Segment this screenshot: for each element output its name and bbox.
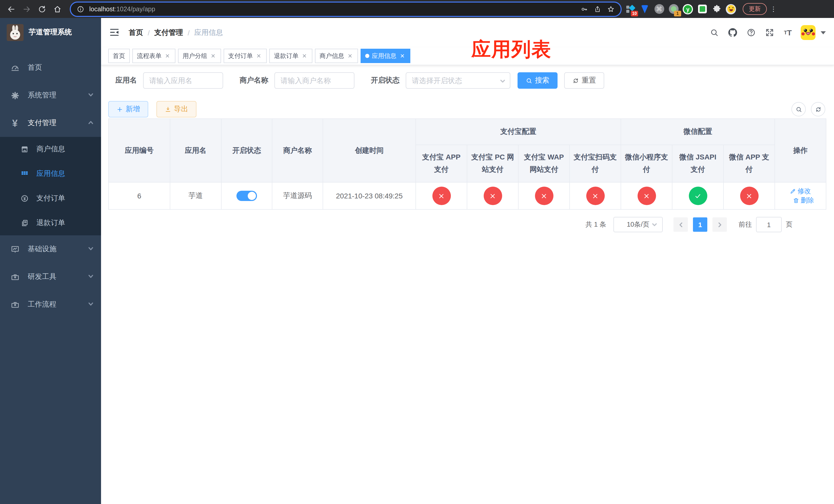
sidebar-fold-icon[interactable] (109, 27, 120, 38)
col-app-name: 应用名 (170, 119, 221, 182)
close-icon[interactable]: ✕ (256, 52, 262, 59)
cell-created: 2021-10-23 08:49:25 (323, 182, 416, 209)
pagination-total: 共 1 条 (586, 220, 606, 229)
password-key-icon[interactable] (579, 4, 589, 14)
delete-link[interactable]: 删除 (793, 196, 814, 205)
tab-process-form[interactable]: 流程表单✕ (132, 49, 175, 63)
home-icon[interactable] (51, 3, 64, 15)
col-alipay-wap: 支付宝 WAP 网站支付 (518, 145, 570, 182)
tab-home[interactable]: 首页 (108, 49, 130, 63)
pagination: 共 1 条 10条/页 1 前往 页 (108, 217, 825, 232)
address-bar[interactable]: localhost :1024/pay/app (70, 1, 622, 17)
extension-recorder-icon[interactable]: 1 (668, 3, 679, 15)
status-select[interactable] (406, 72, 510, 89)
back-icon[interactable] (5, 3, 18, 15)
table-toolbar: 新增 导出 (108, 101, 825, 117)
extension-chat-icon[interactable] (697, 3, 708, 15)
group-wechat-config: 微信配置 (621, 119, 775, 145)
tab-user-group[interactable]: 用户分组✕ (178, 49, 221, 63)
bookmark-star-icon[interactable] (606, 4, 615, 14)
extension-y-icon[interactable]: y (682, 3, 694, 15)
app-name-input[interactable] (143, 72, 223, 89)
browser-menu-icon[interactable]: ⋮ (770, 5, 777, 13)
forward-icon[interactable] (21, 3, 33, 15)
chevron-down-icon (88, 300, 94, 308)
reset-button[interactable]: 重置 (564, 72, 604, 89)
breadcrumb-payment[interactable]: 支付管理 (154, 28, 183, 37)
close-icon[interactable]: ✕ (210, 52, 216, 59)
close-icon[interactable]: ✕ (301, 52, 308, 59)
breadcrumb-current: 应用信息 (194, 28, 223, 37)
next-page-button[interactable] (712, 217, 727, 232)
merchant-name-label: 商户名称 (240, 76, 268, 85)
payment-submenu: 商户信息 应用信息 支付订单 退款订单 (0, 137, 101, 235)
search-button[interactable]: 搜索 (518, 72, 557, 89)
sidebar-item-refund-orders[interactable]: 退款订单 (0, 211, 101, 235)
sidebar-item-pay-orders[interactable]: 支付订单 (0, 186, 101, 211)
extension-kite-icon[interactable] (639, 3, 650, 15)
sidebar-item-system[interactable]: 系统管理 (0, 82, 101, 109)
extension-badge-2: 1 (674, 10, 681, 16)
tab-refund-orders[interactable]: 退款订单✕ (269, 49, 312, 63)
app-logo (7, 24, 24, 41)
app-logo-row[interactable]: 芋道管理系统 (0, 18, 101, 47)
fullscreen-icon[interactable] (764, 27, 775, 38)
extension-squares-icon[interactable]: 10 (625, 3, 636, 15)
edit-link[interactable]: 修改 (790, 187, 811, 196)
sidebar-item-infrastructure[interactable]: 基础设施 (0, 235, 101, 263)
extensions-puzzle-icon[interactable] (711, 3, 722, 15)
tab-pay-orders[interactable]: 支付订单✕ (224, 49, 267, 63)
browser-update-button[interactable]: 更新 (743, 3, 767, 15)
status-label: 开启状态 (371, 76, 399, 85)
extension-badge: 10 (631, 10, 638, 16)
sidebar-item-merchant-info[interactable]: 商户信息 (0, 137, 101, 161)
font-size-icon[interactable]: TT (782, 27, 793, 38)
refresh-button[interactable] (811, 102, 825, 116)
close-icon[interactable]: ✕ (399, 52, 406, 59)
close-icon[interactable]: ✕ (164, 52, 171, 59)
gear-icon (10, 90, 20, 100)
merchant-name-input[interactable] (275, 72, 354, 89)
help-icon[interactable] (745, 27, 756, 38)
profile-avatar-icon[interactable] (725, 3, 737, 15)
tab-app-info[interactable]: 应用信息✕ (360, 49, 410, 63)
close-icon[interactable]: ✕ (347, 52, 353, 59)
page-info-icon[interactable] (76, 4, 85, 14)
goto-page-input[interactable] (756, 217, 782, 232)
chevron-down-icon (88, 91, 94, 99)
share-icon[interactable] (593, 4, 602, 14)
sidebar-item-dev-tools[interactable]: 研发工具 (0, 263, 101, 291)
toggle-search-button[interactable] (791, 102, 806, 116)
breadcrumb-home[interactable]: 首页 (129, 28, 143, 37)
reload-icon[interactable] (36, 3, 48, 15)
sidebar-item-home[interactable]: 首页 (0, 54, 101, 82)
sidebar: 芋道管理系统 首页 系统管理 ¥ 支付管理 (0, 18, 101, 504)
cell-app-id: 6 (109, 182, 170, 209)
avatar-caret-icon[interactable] (821, 31, 826, 34)
alipay-qr-status-icon (586, 187, 605, 205)
page-size-select[interactable]: 10条/页 (613, 217, 663, 232)
add-button[interactable]: 新增 (108, 101, 148, 117)
chevron-down-icon (88, 273, 94, 281)
extension-command-icon[interactable]: ⌘ (654, 3, 665, 15)
prev-page-button[interactable] (674, 217, 688, 232)
col-created: 创建时间 (323, 119, 416, 182)
group-alipay-config: 支付宝配置 (416, 119, 621, 145)
user-avatar[interactable] (801, 25, 815, 40)
page-number-1[interactable]: 1 (693, 217, 707, 232)
sidebar-item-payment[interactable]: ¥ 支付管理 (0, 109, 101, 137)
sidebar-item-workflow[interactable]: 工作流程 (0, 291, 101, 318)
chevron-down-icon (652, 222, 658, 229)
col-wechat-jsapi: 微信 JSAPI 支付 (672, 145, 723, 182)
alipay-wap-status-icon (535, 187, 553, 205)
header-search-icon[interactable] (708, 27, 720, 38)
github-icon[interactable] (727, 27, 738, 38)
sidebar-menu: 首页 系统管理 ¥ 支付管理 商户信息 (0, 47, 101, 318)
col-status: 开启状态 (221, 119, 272, 182)
export-button[interactable]: 导出 (156, 101, 196, 117)
row-status-toggle[interactable] (237, 191, 257, 201)
yen-circle-icon (20, 194, 29, 203)
toolbox-icon (10, 272, 20, 282)
sidebar-item-app-info[interactable]: 应用信息 (0, 161, 101, 186)
tab-merchant-info[interactable]: 商户信息✕ (315, 49, 358, 63)
